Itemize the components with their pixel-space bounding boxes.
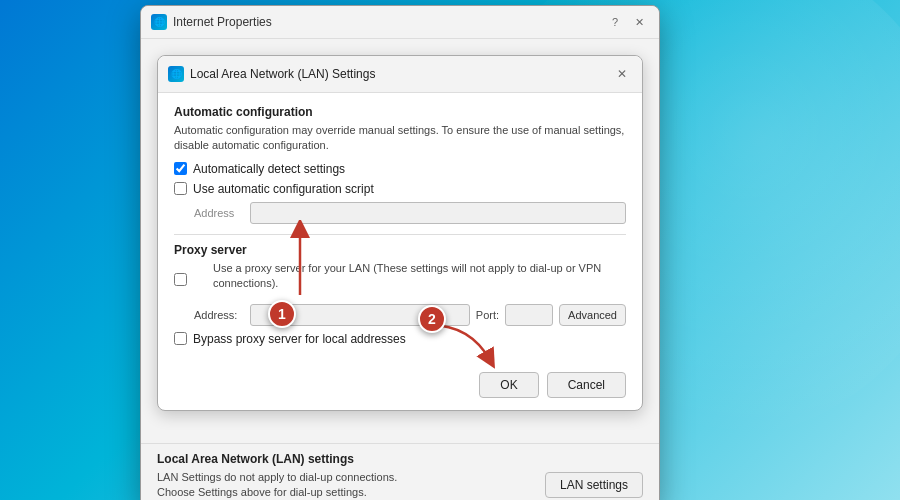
proxy-address-row: Address: Port: Advanced	[194, 304, 626, 326]
auto-config-title: Automatic configuration	[174, 105, 626, 119]
outer-bottom-section: Local Area Network (LAN) settings LAN Se…	[141, 443, 659, 500]
annotation-2: 2	[418, 305, 446, 333]
lan-dialog-title: Local Area Network (LAN) Settings	[190, 67, 375, 81]
cancel-button[interactable]: Cancel	[547, 372, 626, 398]
internet-properties-dialog: 🌐 Internet Properties ? ✕ 🌐 Local Area N…	[140, 5, 660, 500]
outer-bottom-title: Local Area Network (LAN) settings	[157, 452, 643, 466]
lan-dialog-buttons: OK Cancel	[158, 364, 642, 410]
annotation-1: 1	[268, 300, 296, 328]
auto-detect-label: Automatically detect settings	[193, 162, 345, 176]
lan-settings-dialog: 🌐 Local Area Network (LAN) Settings ✕ Au…	[157, 55, 643, 411]
proxy-port-input[interactable]	[505, 304, 553, 326]
auto-config-description: Automatic configuration may override man…	[174, 123, 626, 154]
outer-dialog-title: Internet Properties	[173, 15, 272, 29]
lan-close-button[interactable]: ✕	[612, 64, 632, 84]
lan-settings-icon: 🌐	[168, 66, 184, 82]
outer-content: 🌐 Local Area Network (LAN) Settings ✕ Au…	[141, 39, 659, 443]
advanced-button[interactable]: Advanced	[559, 304, 626, 326]
outer-bottom-row: LAN Settings do not apply to dial-up con…	[157, 470, 643, 500]
use-proxy-checkbox[interactable]	[174, 273, 187, 286]
outer-titlebar-left: 🌐 Internet Properties	[151, 14, 272, 30]
outer-titlebar-controls: ? ✕	[605, 12, 649, 32]
proxy-port-label: Port:	[476, 309, 499, 321]
bypass-proxy-checkbox[interactable]	[174, 332, 187, 345]
auto-config-address-label: Address	[194, 207, 244, 219]
divider	[174, 234, 626, 235]
outer-help-button[interactable]: ?	[605, 12, 625, 32]
outer-bottom-description: LAN Settings do not apply to dial-up con…	[157, 470, 533, 500]
auto-detect-row: Automatically detect settings	[174, 162, 626, 176]
auto-script-checkbox[interactable]	[174, 182, 187, 195]
inner-titlebar: 🌐 Local Area Network (LAN) Settings ✕	[158, 56, 642, 93]
auto-script-label: Use automatic configuration script	[193, 182, 374, 196]
lan-dialog-body: Automatic configuration Automatic config…	[158, 93, 642, 364]
auto-config-address-row: Address	[194, 202, 626, 224]
outer-titlebar: 🌐 Internet Properties ? ✕	[141, 6, 659, 39]
outer-close-button[interactable]: ✕	[629, 12, 649, 32]
proxy-address-label: Address:	[194, 309, 244, 321]
internet-properties-icon: 🌐	[151, 14, 167, 30]
lan-settings-button[interactable]: LAN settings	[545, 472, 643, 498]
auto-detect-checkbox[interactable]	[174, 162, 187, 175]
auto-script-row: Use automatic configuration script	[174, 182, 626, 196]
use-proxy-row: Use a proxy server for your LAN (These s…	[174, 261, 626, 298]
proxy-section-title: Proxy server	[174, 243, 626, 257]
ok-button[interactable]: OK	[479, 372, 538, 398]
bypass-proxy-label: Bypass proxy server for local addresses	[193, 332, 406, 346]
use-proxy-label: Use a proxy server for your LAN (These s…	[213, 261, 626, 292]
inner-titlebar-left: 🌐 Local Area Network (LAN) Settings	[168, 66, 375, 82]
bypass-proxy-row: Bypass proxy server for local addresses	[174, 332, 626, 346]
auto-config-address-input[interactable]	[250, 202, 626, 224]
